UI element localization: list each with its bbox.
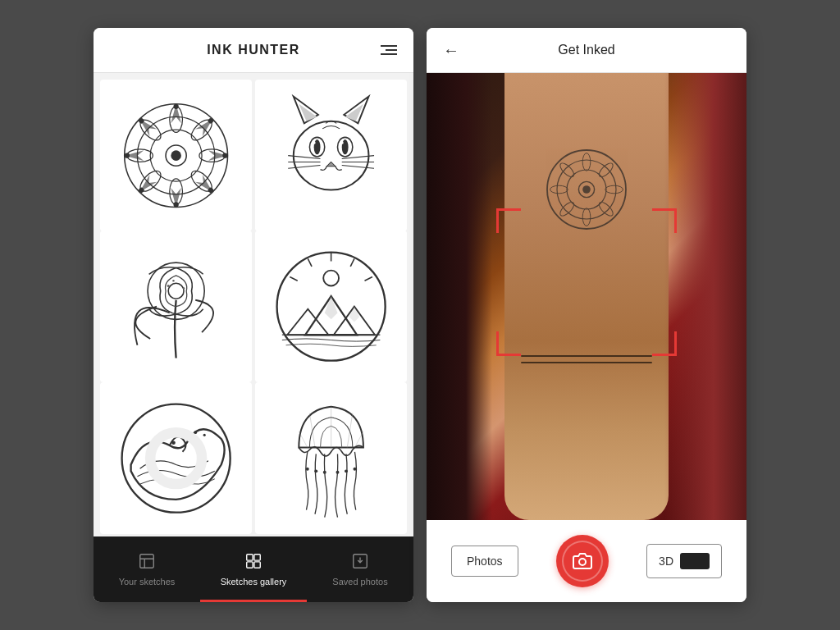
svg-rect-83 <box>247 555 253 560</box>
svg-line-70 <box>309 413 315 447</box>
svg-marker-15 <box>195 175 217 196</box>
svg-point-95 <box>605 185 623 194</box>
screens-wrapper: INK HUNTER <box>94 28 746 602</box>
corner-bl <box>496 331 521 356</box>
svg-marker-19 <box>136 116 158 137</box>
svg-point-20 <box>173 104 178 109</box>
svg-point-48 <box>168 284 184 299</box>
svg-point-64 <box>171 441 176 445</box>
svg-point-51 <box>183 288 185 290</box>
mode-toggle[interactable] <box>680 553 710 569</box>
nav-tab-your-sketches[interactable]: Your sketches <box>94 536 200 602</box>
svg-rect-84 <box>254 555 260 560</box>
svg-line-56 <box>308 259 312 267</box>
camera-icon <box>573 551 592 571</box>
right-screen: ← Get Inked <box>427 28 746 602</box>
nav-tab-saved-photos[interactable]: Saved photos <box>307 536 413 602</box>
svg-point-50 <box>172 280 175 282</box>
back-button[interactable]: ← <box>443 41 459 60</box>
svg-line-46 <box>342 165 374 168</box>
nav-tab-sketches-gallery-label: Sketches gallery <box>221 577 287 587</box>
svg-rect-86 <box>254 562 260 568</box>
svg-point-24 <box>173 202 178 207</box>
photos-button[interactable]: Photos <box>451 546 518 577</box>
sketch-flower[interactable] <box>100 231 252 382</box>
svg-point-67 <box>203 433 206 436</box>
nav-tab-sketches-gallery[interactable]: Sketches gallery <box>200 536 307 602</box>
svg-point-78 <box>345 469 348 472</box>
right-header-title: Get Inked <box>558 43 614 57</box>
svg-rect-85 <box>247 562 253 568</box>
svg-point-38 <box>313 141 316 144</box>
bg-dark-right <box>664 73 746 520</box>
mode-button[interactable]: 3D <box>646 544 722 578</box>
svg-point-79 <box>353 467 356 470</box>
svg-line-57 <box>290 277 297 281</box>
bg-dark-left <box>427 73 492 520</box>
sketch-jellyfish[interactable] <box>255 382 407 534</box>
svg-point-101 <box>582 185 591 194</box>
sketch-mandala[interactable] <box>100 80 252 231</box>
svg-line-73 <box>354 431 363 447</box>
svg-line-71 <box>347 413 353 447</box>
svg-point-26 <box>125 153 130 158</box>
svg-point-77 <box>336 470 339 473</box>
corner-tl <box>496 208 521 233</box>
saved-photos-icon <box>351 552 369 573</box>
sketch-wave[interactable] <box>100 382 252 534</box>
left-screen: INK HUNTER <box>94 28 413 602</box>
nav-tab-your-sketches-label: Your sketches <box>119 577 176 587</box>
svg-line-72 <box>299 431 307 447</box>
svg-line-55 <box>364 277 372 281</box>
shutter-button[interactable] <box>556 535 609 587</box>
sketch-mountain[interactable] <box>255 231 407 382</box>
mode-label: 3D <box>659 555 673 568</box>
svg-point-102 <box>579 559 586 565</box>
svg-marker-17 <box>136 175 158 196</box>
svg-point-58 <box>323 271 339 286</box>
svg-point-93 <box>582 153 591 171</box>
svg-point-63 <box>121 404 230 512</box>
corner-br <box>652 331 677 356</box>
svg-marker-13 <box>195 116 217 137</box>
sketch-cat[interactable] <box>255 80 407 231</box>
right-header: ← Get Inked <box>427 28 746 73</box>
nav-tab-saved-photos-label: Saved photos <box>332 577 387 587</box>
svg-point-68 <box>150 432 202 484</box>
bottom-nav: Your sketches Sketches gallery <box>94 536 413 602</box>
svg-point-100 <box>558 161 576 179</box>
svg-point-28 <box>171 150 181 161</box>
svg-point-94 <box>597 161 615 179</box>
svg-line-43 <box>288 165 320 168</box>
svg-marker-40 <box>326 162 335 166</box>
your-sketches-icon <box>138 552 156 573</box>
corner-tr <box>652 208 677 233</box>
app-title: INK HUNTER <box>207 43 300 57</box>
shutter-inner <box>562 541 603 582</box>
svg-point-22 <box>222 153 227 158</box>
camera-view <box>427 73 746 520</box>
svg-point-33 <box>294 121 369 190</box>
left-header: INK HUNTER <box>94 28 413 73</box>
sketches-gallery-icon <box>244 552 262 573</box>
svg-line-54 <box>350 259 354 267</box>
svg-point-99 <box>550 185 568 194</box>
camera-controls: Photos 3D <box>427 520 746 602</box>
scanner-box <box>496 208 677 356</box>
svg-point-76 <box>323 470 326 473</box>
arm-lines <box>504 355 669 363</box>
svg-point-74 <box>306 467 309 470</box>
sketches-grid <box>94 73 413 536</box>
menu-icon[interactable] <box>381 45 397 55</box>
svg-point-49 <box>167 285 169 287</box>
svg-rect-80 <box>140 555 154 568</box>
svg-point-39 <box>340 141 344 144</box>
svg-point-75 <box>314 469 317 472</box>
